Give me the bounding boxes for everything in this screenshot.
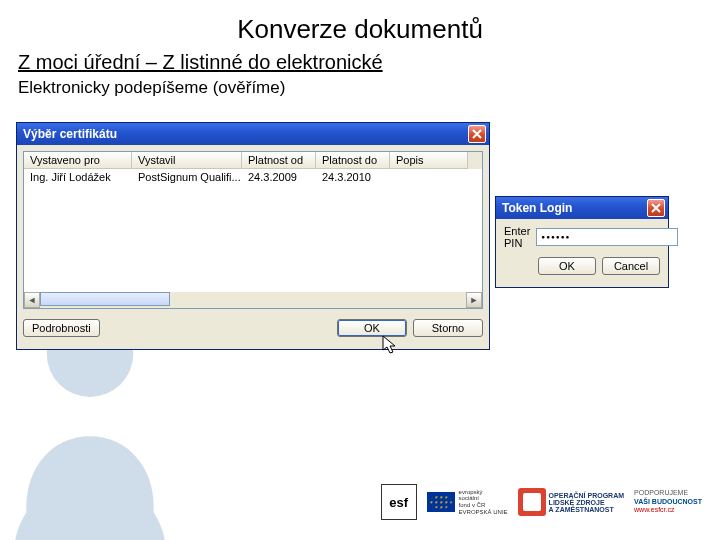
col-valid-to[interactable]: Platnost do [316, 152, 390, 169]
op-text-1: OPERAČNÍ PROGRAM [549, 492, 624, 499]
scroll-track[interactable] [40, 292, 466, 308]
token-window-title: Token Login [502, 201, 572, 215]
col-issued-to[interactable]: Vystaveno pro [24, 152, 132, 169]
pin-label: Enter PIN [504, 225, 530, 249]
slide-title: Konverze dokumentů [0, 14, 720, 45]
certificate-list[interactable]: Vystaveno pro Vystavil Platnost od Platn… [23, 151, 483, 309]
eu-text-3: fond v ČR [459, 502, 508, 509]
op-text-2: LIDSKÉ ZDROJE [549, 499, 624, 506]
pin-input[interactable] [536, 228, 678, 246]
col-valid-from[interactable]: Platnost od [242, 152, 316, 169]
cancel-button[interactable]: Storno [413, 319, 483, 337]
support-text: PODPORUJEME VAŠI BUDOUCNOST www.esfcr.cz [634, 489, 702, 514]
scroll-right-icon[interactable]: ► [466, 292, 482, 308]
op-text-3: A ZAMĚSTNANOST [549, 506, 624, 513]
slide-subtitle: Z moci úřední – Z listinné do elektronic… [18, 51, 720, 74]
token-cancel-button[interactable]: Cancel [602, 257, 660, 275]
token-titlebar[interactable]: Token Login [496, 197, 668, 219]
cell-valid-from: 24.3.2009 [242, 169, 316, 185]
close-icon[interactable] [468, 125, 486, 143]
eu-text-1: evropský [459, 489, 508, 496]
ok-button[interactable]: OK [337, 319, 407, 337]
token-ok-button[interactable]: OK [538, 257, 596, 275]
cert-window-title: Výběr certifikátu [23, 127, 117, 141]
details-button[interactable]: Podrobnosti [23, 319, 100, 337]
close-icon[interactable] [647, 199, 665, 217]
certificate-window: Výběr certifikátu Vystaveno pro Vystavil… [16, 122, 490, 350]
cell-issuer: PostSignum Qualifi... [132, 169, 242, 185]
cell-desc [390, 169, 468, 185]
op-logo: OPERAČNÍ PROGRAM LIDSKÉ ZDROJE A ZAMĚSTN… [518, 488, 624, 516]
esf-logo-icon: esf [381, 484, 417, 520]
support-1: PODPORUJEME [634, 489, 702, 497]
slide-instruction: Elektronicky podepíšeme (ověříme) [18, 78, 720, 98]
scroll-thumb[interactable] [40, 292, 170, 306]
eu-text-4: EVROPSKÁ UNIE [459, 509, 508, 516]
cell-issued-to: Ing. Jiří Lodážek [24, 169, 132, 185]
col-desc[interactable]: Popis [390, 152, 468, 169]
horizontal-scrollbar[interactable]: ◄ ► [24, 292, 482, 308]
list-header: Vystaveno pro Vystavil Platnost od Platn… [24, 152, 482, 169]
eu-flag-icon [427, 492, 455, 512]
col-issuer[interactable]: Vystavil [132, 152, 242, 169]
token-login-window: Token Login Enter PIN OK Cancel [495, 196, 669, 288]
eu-text-2: sociální [459, 495, 508, 502]
op-icon [518, 488, 546, 516]
support-url: www.esfcr.cz [634, 506, 702, 514]
eu-logo: evropský sociální fond v ČR EVROPSKÁ UNI… [427, 489, 508, 515]
footer-logos: esf evropský sociální fond v ČR EVROPSKÁ… [381, 484, 702, 520]
cell-valid-to: 24.3.2010 [316, 169, 390, 185]
scroll-left-icon[interactable]: ◄ [24, 292, 40, 308]
cert-titlebar[interactable]: Výběr certifikátu [17, 123, 489, 145]
table-row[interactable]: Ing. Jiří Lodážek PostSignum Qualifi... … [24, 169, 482, 185]
support-2: VAŠI BUDOUCNOST [634, 498, 702, 506]
